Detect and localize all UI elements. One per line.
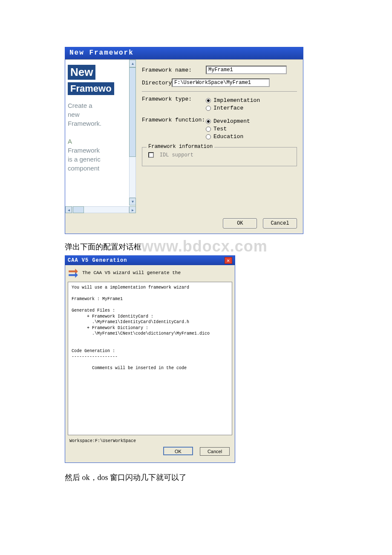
radio-interface[interactable] — [206, 106, 211, 111]
scroll-down-icon[interactable]: ▾ — [129, 198, 136, 205]
idl-support-checkbox[interactable] — [148, 152, 154, 158]
framework-type-label: Framework type: — [142, 96, 206, 102]
banner-desc: A — [68, 137, 133, 146]
banner-desc: is a generic — [68, 155, 133, 164]
banner-text-new: New — [68, 65, 95, 80]
directory-label: Directory: — [142, 80, 172, 86]
banner-desc: Framework. — [68, 119, 133, 128]
generation-log-text: You will use a implementation framework … — [68, 282, 232, 435]
radio-education[interactable] — [206, 134, 211, 139]
framework-name-label: Framework name: — [142, 67, 206, 73]
dialog-title: CAA V5 Generation — [68, 257, 127, 263]
wizard-arrow-icon — [68, 268, 79, 280]
banner-text-framework: Framewo — [68, 82, 114, 95]
ok-button[interactable]: OK — [163, 447, 193, 455]
cancel-button[interactable]: Cancel — [263, 218, 297, 228]
wizard-head-text: The CAA V5 wizard will generate the — [82, 270, 181, 275]
scroll-left-icon[interactable]: ◂ — [65, 206, 72, 213]
cancel-button[interactable]: Cancel — [200, 447, 230, 456]
caption-text: 弹出下面的配置对话框 — [65, 243, 141, 251]
radio-test[interactable] — [206, 127, 211, 132]
watermark-text: www.bdocx.com — [141, 237, 268, 255]
footer-text: 然后 ok，dos 窗口闪动几下就可以了 — [65, 472, 392, 483]
radio-label: Development — [213, 118, 250, 124]
framework-information-group: Framework information IDL support — [142, 147, 297, 166]
banner-desc: Create a — [68, 101, 133, 110]
banner-desc: Framework — [68, 146, 133, 155]
radio-development[interactable] — [206, 119, 211, 124]
banner-desc: component — [68, 164, 133, 173]
radio-label: Interface — [213, 105, 243, 111]
framework-name-input[interactable] — [206, 66, 287, 74]
idl-support-label: IDL support — [160, 152, 193, 158]
directory-input[interactable] — [172, 78, 270, 87]
close-icon[interactable]: ✕ — [225, 257, 232, 264]
group-legend: Framework information — [147, 144, 214, 150]
scroll-up-icon[interactable]: ▴ — [129, 60, 136, 67]
workspace-label: Workspace:F:\UserWorkSpace — [69, 439, 231, 443]
banner-desc: new — [68, 110, 133, 119]
scroll-thumb[interactable] — [129, 67, 136, 157]
framework-function-label: Framework function: — [142, 117, 206, 123]
radio-label: Test — [213, 126, 227, 132]
scroll-thumb[interactable] — [73, 206, 84, 213]
scroll-right-icon[interactable]: ▸ — [129, 206, 136, 213]
radio-label: Implementation — [213, 97, 260, 104]
new-framework-dialog: New Framework New Framewo Create a new F… — [65, 47, 303, 234]
ok-button[interactable]: OK — [223, 218, 257, 228]
radio-implementation[interactable] — [206, 98, 211, 103]
radio-label: Education — [213, 133, 243, 140]
caa-v5-generation-dialog: CAA V5 Generation ✕ The CAA V5 wizard wi… — [65, 255, 235, 463]
dialog-title: New Framework — [65, 47, 303, 59]
